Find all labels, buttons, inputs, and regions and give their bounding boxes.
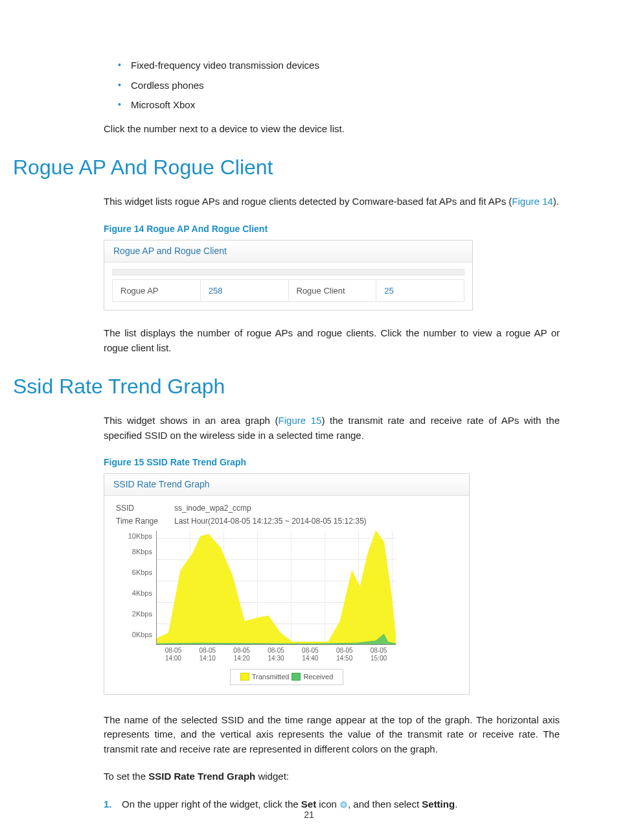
chart-yaxis: 10Kbps 8Kbps 6Kbps 4Kbps 2Kbps 0Kbps <box>116 531 156 645</box>
rogue-ap-label: Rogue AP <box>113 280 200 302</box>
ssid-widget: SSID Rate Trend Graph SSID ss_inode_wpa2… <box>104 473 470 695</box>
ytick: 0Kbps <box>116 624 152 645</box>
text: . <box>455 799 457 810</box>
text: This widget shows in an area graph ( <box>104 415 279 426</box>
device-bullet-list: Fixed-frequency video transmission devic… <box>118 58 560 113</box>
xtick: 08-0514:30 <box>259 645 293 662</box>
ssid-after2: To set the SSID Rate Trend Graph widget: <box>104 769 560 784</box>
rogue-table-header <box>112 269 464 275</box>
text: ). <box>553 196 559 207</box>
ytick: 8Kbps <box>116 541 152 562</box>
rogue-widget: Rogue AP and Rogue Client Rogue AP 258 R… <box>104 240 473 311</box>
chart-legend: Transmitted Received <box>230 669 343 685</box>
rogue-after: The list displays the number of rogue AP… <box>104 326 560 355</box>
chart-xaxis: 08-0514:0008-0514:1008-0514:2008-0514:30… <box>156 645 396 662</box>
text: On the upper right of the widget, click … <box>122 799 301 810</box>
ssid-label: SSID <box>116 502 174 514</box>
rogue-ap-count[interactable]: 258 <box>200 280 288 302</box>
ytick: 2Kbps <box>116 603 152 624</box>
ssid-chart: 10Kbps 8Kbps 6Kbps 4Kbps 2Kbps 0Kbps <box>116 531 457 645</box>
section-heading-rogue: Rogue AP And Rogue Client <box>13 152 560 183</box>
legend-swatch-received <box>292 673 301 681</box>
figure-15-link[interactable]: Figure 15 <box>279 415 322 426</box>
xtick: 08-0514:40 <box>293 645 327 662</box>
bold-text: Set <box>301 799 316 810</box>
intro-note: Click the number next to a device to vie… <box>104 122 560 137</box>
section-heading-ssid: Ssid Rate Trend Graph <box>13 371 560 402</box>
list-item-text: Cordless phones <box>131 80 204 91</box>
rogue-intro: This widget lists rogue APs and rogue cl… <box>104 194 560 209</box>
ytick: 10Kbps <box>116 531 152 541</box>
ssid-after1: The name of the selected SSID and the ti… <box>104 713 560 757</box>
time-range-label: Time Range <box>116 515 174 527</box>
ytick: 6Kbps <box>116 562 152 583</box>
text: widget: <box>255 771 289 782</box>
ssid-intro: This widget shows in an area graph (Figu… <box>104 414 560 443</box>
list-item-text: Fixed-frequency video transmission devic… <box>131 60 319 71</box>
bold-text: Setting <box>422 799 455 810</box>
chart-plot-area <box>156 531 396 645</box>
rogue-client-count[interactable]: 25 <box>376 280 464 302</box>
figure-15-caption: Figure 15 SSID Rate Trend Graph <box>104 456 560 469</box>
ytick: 4Kbps <box>116 583 152 603</box>
xtick: 08-0514:00 <box>156 645 190 662</box>
xtick: 08-0514:50 <box>327 645 361 662</box>
ssid-value: ss_inode_wpa2_ccmp <box>174 502 251 514</box>
rogue-client-label: Rogue Client <box>288 280 376 302</box>
gear-icon <box>339 800 348 809</box>
text: , and then select <box>348 799 422 810</box>
list-item-text: Microsoft Xbox <box>131 99 195 110</box>
legend-received: Received <box>303 671 333 682</box>
text: To set the <box>104 771 148 782</box>
legend-transmitted: Transmitted <box>252 671 290 682</box>
list-item: Cordless phones <box>118 78 560 93</box>
figure-14-link[interactable]: Figure 14 <box>512 196 553 207</box>
bold-text: SSID Rate Trend Graph <box>148 771 255 782</box>
xtick: 08-0514:20 <box>225 645 259 662</box>
list-item: Microsoft Xbox <box>118 98 560 113</box>
xtick: 08-0514:10 <box>190 645 225 662</box>
text: icon <box>316 799 339 810</box>
list-item: Fixed-frequency video transmission devic… <box>118 58 560 73</box>
figure-14-caption: Figure 14 Rogue AP And Rogue Client <box>104 222 560 236</box>
ssid-widget-title: SSID Rate Trend Graph <box>104 474 469 496</box>
xtick: 08-0515:00 <box>361 645 396 662</box>
rogue-table-row: Rogue AP 258 Rogue Client 25 <box>112 279 464 303</box>
rogue-widget-title: Rogue AP and Rogue Client <box>104 240 472 262</box>
page-number: 21 <box>0 808 618 822</box>
text: This widget lists rogue APs and rogue cl… <box>104 196 512 207</box>
time-range-value: Last Hour(2014-08-05 14:12:35 ~ 2014-08-… <box>174 515 367 527</box>
legend-swatch-transmitted <box>240 673 249 681</box>
